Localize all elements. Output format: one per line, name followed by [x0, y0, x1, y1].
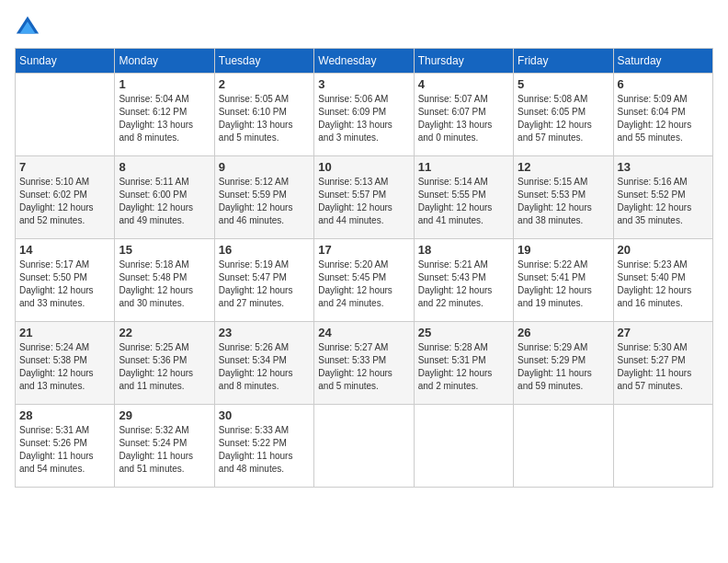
day-info: Sunrise: 5:28 AMSunset: 5:31 PMDaylight:…	[418, 341, 509, 393]
calendar-cell: 29Sunrise: 5:32 AMSunset: 5:24 PMDayligh…	[115, 405, 214, 488]
day-number: 25	[418, 326, 509, 339]
day-number: 2	[219, 77, 310, 91]
day-number: 6	[618, 77, 709, 91]
day-number: 17	[318, 243, 409, 257]
day-info: Sunrise: 5:32 AMSunset: 5:24 PMDaylight:…	[119, 424, 210, 476]
day-number: 12	[518, 160, 609, 174]
calendar-week-row: 28Sunrise: 5:31 AMSunset: 5:26 PMDayligh…	[16, 405, 713, 488]
day-number: 11	[418, 160, 509, 174]
calendar-cell: 26Sunrise: 5:29 AMSunset: 5:29 PMDayligh…	[514, 322, 613, 405]
day-number: 13	[618, 160, 709, 174]
calendar-cell: 18Sunrise: 5:21 AMSunset: 5:43 PMDayligh…	[414, 239, 513, 322]
weekday-header-cell: Friday	[514, 49, 613, 74]
day-number: 4	[418, 77, 509, 91]
day-number: 21	[19, 326, 110, 339]
calendar-cell: 13Sunrise: 5:16 AMSunset: 5:52 PMDayligh…	[613, 156, 712, 239]
day-info: Sunrise: 5:14 AMSunset: 5:55 PMDaylight:…	[418, 176, 509, 227]
day-info: Sunrise: 5:12 AMSunset: 5:59 PMDaylight:…	[219, 176, 310, 227]
day-info: Sunrise: 5:29 AMSunset: 5:29 PMDaylight:…	[518, 341, 609, 393]
day-info: Sunrise: 5:06 AMSunset: 6:09 PMDaylight:…	[318, 93, 409, 144]
day-info: Sunrise: 5:15 AMSunset: 5:53 PMDaylight:…	[518, 176, 609, 227]
calendar-cell	[414, 405, 513, 488]
calendar-cell: 11Sunrise: 5:14 AMSunset: 5:55 PMDayligh…	[414, 156, 513, 239]
calendar-cell: 25Sunrise: 5:28 AMSunset: 5:31 PMDayligh…	[414, 322, 513, 405]
calendar-cell	[16, 74, 115, 156]
day-number: 29	[119, 408, 210, 422]
calendar-cell	[314, 405, 414, 488]
calendar-cell: 4Sunrise: 5:07 AMSunset: 6:07 PMDaylight…	[414, 74, 513, 156]
logo	[15, 15, 44, 40]
day-number: 3	[318, 77, 409, 91]
day-info: Sunrise: 5:18 AMSunset: 5:48 PMDaylight:…	[119, 259, 210, 310]
calendar-cell: 20Sunrise: 5:23 AMSunset: 5:40 PMDayligh…	[613, 239, 712, 322]
day-info: Sunrise: 5:09 AMSunset: 6:04 PMDaylight:…	[618, 93, 709, 144]
weekday-header-cell: Thursday	[414, 49, 513, 74]
page-header	[15, 15, 713, 40]
day-number: 5	[518, 77, 609, 91]
calendar-week-row: 21Sunrise: 5:24 AMSunset: 5:38 PMDayligh…	[16, 322, 713, 405]
calendar-cell: 30Sunrise: 5:33 AMSunset: 5:22 PMDayligh…	[214, 405, 313, 488]
calendar-cell: 14Sunrise: 5:17 AMSunset: 5:50 PMDayligh…	[16, 239, 115, 322]
weekday-header-cell: Saturday	[613, 49, 712, 74]
day-number: 28	[19, 408, 110, 422]
day-number: 20	[618, 243, 709, 257]
calendar-cell: 28Sunrise: 5:31 AMSunset: 5:26 PMDayligh…	[16, 405, 115, 488]
calendar-cell: 17Sunrise: 5:20 AMSunset: 5:45 PMDayligh…	[314, 239, 414, 322]
day-number: 8	[119, 160, 210, 174]
calendar-cell: 9Sunrise: 5:12 AMSunset: 5:59 PMDaylight…	[214, 156, 313, 239]
day-info: Sunrise: 5:33 AMSunset: 5:22 PMDaylight:…	[219, 424, 310, 476]
weekday-header-cell: Monday	[115, 49, 214, 74]
day-number: 14	[19, 243, 110, 257]
calendar-cell: 5Sunrise: 5:08 AMSunset: 6:05 PMDaylight…	[514, 74, 613, 156]
day-info: Sunrise: 5:19 AMSunset: 5:47 PMDaylight:…	[219, 259, 310, 310]
calendar-cell: 1Sunrise: 5:04 AMSunset: 6:12 PMDaylight…	[115, 74, 214, 156]
day-number: 27	[618, 326, 709, 339]
calendar-week-row: 7Sunrise: 5:10 AMSunset: 6:02 PMDaylight…	[16, 156, 713, 239]
day-info: Sunrise: 5:31 AMSunset: 5:26 PMDaylight:…	[19, 424, 110, 476]
day-info: Sunrise: 5:20 AMSunset: 5:45 PMDaylight:…	[318, 259, 409, 310]
day-info: Sunrise: 5:16 AMSunset: 5:52 PMDaylight:…	[618, 176, 709, 227]
day-info: Sunrise: 5:17 AMSunset: 5:50 PMDaylight:…	[19, 259, 110, 310]
day-info: Sunrise: 5:22 AMSunset: 5:41 PMDaylight:…	[518, 259, 609, 310]
weekday-header-cell: Tuesday	[214, 49, 313, 74]
day-number: 1	[119, 77, 210, 91]
day-number: 24	[318, 326, 409, 339]
calendar-cell: 16Sunrise: 5:19 AMSunset: 5:47 PMDayligh…	[214, 239, 313, 322]
calendar-cell: 24Sunrise: 5:27 AMSunset: 5:33 PMDayligh…	[314, 322, 414, 405]
day-number: 16	[219, 243, 310, 257]
logo-icon	[15, 15, 40, 40]
day-number: 9	[219, 160, 310, 174]
day-info: Sunrise: 5:04 AMSunset: 6:12 PMDaylight:…	[119, 93, 210, 144]
calendar-cell: 12Sunrise: 5:15 AMSunset: 5:53 PMDayligh…	[514, 156, 613, 239]
calendar-week-row: 14Sunrise: 5:17 AMSunset: 5:50 PMDayligh…	[16, 239, 713, 322]
day-number: 30	[219, 408, 310, 422]
day-number: 26	[518, 326, 609, 339]
calendar-cell: 8Sunrise: 5:11 AMSunset: 6:00 PMDaylight…	[115, 156, 214, 239]
calendar-cell	[514, 405, 613, 488]
day-number: 19	[518, 243, 609, 257]
calendar-cell: 10Sunrise: 5:13 AMSunset: 5:57 PMDayligh…	[314, 156, 414, 239]
weekday-header-cell: Wednesday	[314, 49, 414, 74]
day-info: Sunrise: 5:11 AMSunset: 6:00 PMDaylight:…	[119, 176, 210, 227]
day-info: Sunrise: 5:08 AMSunset: 6:05 PMDaylight:…	[518, 93, 609, 144]
day-info: Sunrise: 5:27 AMSunset: 5:33 PMDaylight:…	[318, 341, 409, 393]
day-info: Sunrise: 5:21 AMSunset: 5:43 PMDaylight:…	[418, 259, 509, 310]
calendar-week-row: 1Sunrise: 5:04 AMSunset: 6:12 PMDaylight…	[16, 74, 713, 156]
day-info: Sunrise: 5:26 AMSunset: 5:34 PMDaylight:…	[219, 341, 310, 393]
calendar-cell: 6Sunrise: 5:09 AMSunset: 6:04 PMDaylight…	[613, 74, 712, 156]
calendar-cell	[613, 405, 712, 488]
day-info: Sunrise: 5:07 AMSunset: 6:07 PMDaylight:…	[418, 93, 509, 144]
calendar-cell: 15Sunrise: 5:18 AMSunset: 5:48 PMDayligh…	[115, 239, 214, 322]
day-info: Sunrise: 5:05 AMSunset: 6:10 PMDaylight:…	[219, 93, 310, 144]
day-number: 18	[418, 243, 509, 257]
day-number: 10	[318, 160, 409, 174]
day-info: Sunrise: 5:23 AMSunset: 5:40 PMDaylight:…	[618, 259, 709, 310]
calendar-cell: 23Sunrise: 5:26 AMSunset: 5:34 PMDayligh…	[214, 322, 313, 405]
weekday-header-row: SundayMondayTuesdayWednesdayThursdayFrid…	[16, 49, 713, 74]
calendar-cell: 7Sunrise: 5:10 AMSunset: 6:02 PMDaylight…	[16, 156, 115, 239]
day-number: 15	[119, 243, 210, 257]
day-info: Sunrise: 5:30 AMSunset: 5:27 PMDaylight:…	[618, 341, 709, 393]
calendar-cell: 3Sunrise: 5:06 AMSunset: 6:09 PMDaylight…	[314, 74, 414, 156]
calendar-cell: 27Sunrise: 5:30 AMSunset: 5:27 PMDayligh…	[613, 322, 712, 405]
calendar-cell: 2Sunrise: 5:05 AMSunset: 6:10 PMDaylight…	[214, 74, 313, 156]
